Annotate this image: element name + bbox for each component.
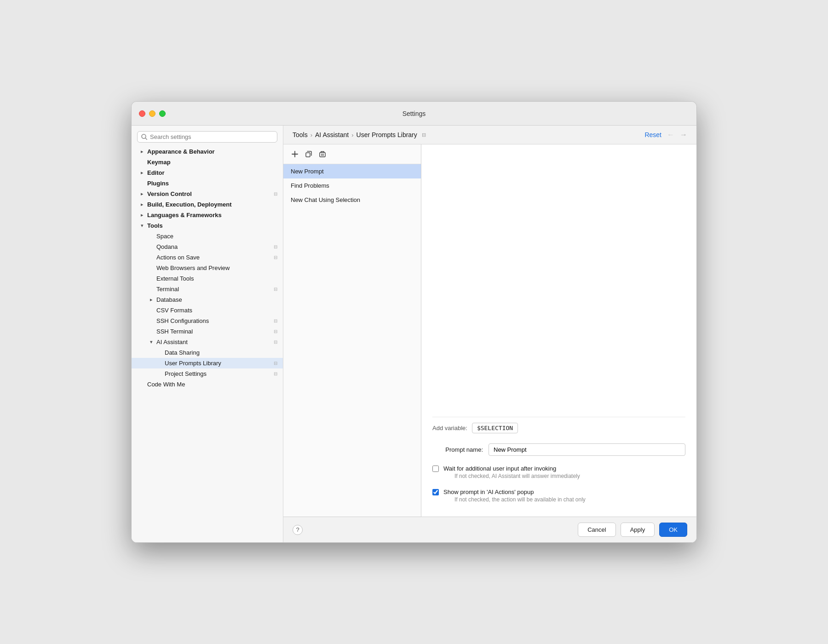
no-chevron: [156, 350, 163, 356]
sidebar-item-code-with-me[interactable]: Code With Me: [132, 379, 283, 390]
copy-button[interactable]: [303, 148, 315, 160]
sync-icon: ⊟: [274, 287, 277, 292]
sidebar-item-label: Plugins: [147, 180, 277, 187]
help-button[interactable]: ?: [293, 525, 303, 535]
sidebar-item-terminal[interactable]: Terminal ⊟: [132, 284, 283, 294]
wait-checkbox-col: Wait for additional user input after inv…: [443, 465, 580, 479]
search-input[interactable]: [150, 133, 273, 140]
sidebar-item-label: Terminal: [156, 286, 271, 293]
breadcrumb-current: User Prompts Library: [356, 131, 417, 138]
window-title: Settings: [402, 110, 426, 117]
plus-icon: [292, 151, 298, 157]
sidebar-item-label: AI Assistant: [156, 339, 271, 345]
sidebar-item-ssh-config[interactable]: SSH Configurations ⊟: [132, 316, 283, 326]
sidebar-item-languages[interactable]: Languages & Frameworks: [132, 210, 283, 220]
sidebar-item-database[interactable]: Database: [132, 294, 283, 305]
sidebar-item-user-prompts-library[interactable]: User Prompts Library ⊟: [132, 358, 283, 368]
maximize-button[interactable]: [159, 110, 166, 117]
no-chevron: [148, 307, 155, 314]
breadcrumb: Tools › AI Assistant › User Prompts Libr…: [293, 131, 644, 138]
chevron-icon: [148, 339, 155, 345]
close-button[interactable]: [139, 110, 145, 117]
chevron-icon: [139, 223, 145, 229]
delete-button[interactable]: [316, 148, 328, 160]
prompt-name-row: Prompt name:: [432, 443, 685, 456]
prompt-item-label: New Chat Using Selection: [291, 196, 360, 203]
no-chevron: [148, 254, 155, 261]
title-bar: Settings: [132, 102, 696, 126]
sidebar-item-label: Editor: [147, 169, 277, 176]
wait-checkbox[interactable]: [432, 466, 439, 472]
apply-button[interactable]: Apply: [621, 523, 655, 537]
sidebar-item-version-control[interactable]: Version Control ⊟: [132, 189, 283, 199]
variable-row: Add variable: $SELECTION: [432, 417, 685, 433]
prompt-name-input[interactable]: [489, 443, 685, 456]
sidebar-item-editor[interactable]: Editor: [132, 167, 283, 178]
sidebar-item-label: SSH Terminal: [156, 328, 271, 335]
cancel-button[interactable]: Cancel: [578, 523, 615, 537]
prompt-item-new-chat-using-selection[interactable]: New Chat Using Selection: [283, 193, 421, 207]
sidebar-item-ai-assistant[interactable]: AI Assistant ⊟: [132, 337, 283, 347]
chevron-icon: [139, 191, 145, 197]
sync-icon: ⊟: [422, 132, 426, 138]
sidebar-item-build[interactable]: Build, Execution, Deployment: [132, 199, 283, 210]
search-bar[interactable]: [137, 131, 277, 143]
wait-checkbox-sublabel: If not checked, AI Assistant will answer…: [454, 473, 580, 479]
content-area: Appearance & Behavior Keymap Editor Plug…: [132, 126, 696, 542]
sidebar-item-label: User Prompts Library: [165, 360, 271, 367]
sidebar-item-label: CSV Formats: [156, 307, 277, 314]
sidebar-item-ssh-terminal[interactable]: SSH Terminal ⊟: [132, 326, 283, 337]
chevron-icon: [139, 149, 145, 155]
sidebar-item-actions-on-save[interactable]: Actions on Save ⊟: [132, 252, 283, 263]
breadcrumb-tools[interactable]: Tools: [293, 131, 308, 138]
selection-variable-chip[interactable]: $SELECTION: [472, 423, 518, 433]
sidebar-item-appearance[interactable]: Appearance & Behavior: [132, 146, 283, 157]
prompt-item-new-prompt[interactable]: New Prompt: [283, 164, 421, 178]
show-popup-checkbox[interactable]: [432, 489, 439, 495]
sidebar-item-label: Project Settings: [165, 370, 271, 377]
no-chevron: [148, 265, 155, 271]
bottom-bar: ? Cancel Apply OK: [283, 517, 696, 542]
sidebar-item-label: Build, Execution, Deployment: [147, 201, 277, 208]
no-chevron: [156, 371, 163, 377]
no-chevron: [156, 360, 163, 367]
sync-icon: ⊟: [274, 191, 277, 196]
prompt-item-find-problems[interactable]: Find Problems: [283, 178, 421, 193]
sync-icon: ⊟: [274, 244, 277, 249]
sidebar-item-label: External Tools: [156, 275, 277, 282]
sidebar-item-label: Qodana: [156, 243, 271, 250]
sidebar-item-label: Web Browsers and Preview: [156, 264, 277, 271]
no-chevron: [148, 244, 155, 250]
sidebar-item-data-sharing[interactable]: Data Sharing: [132, 347, 283, 358]
sidebar-item-qodana[interactable]: Qodana ⊟: [132, 242, 283, 252]
delete-icon: [319, 151, 326, 157]
forward-button[interactable]: →: [680, 131, 687, 138]
wait-checkbox-label[interactable]: Wait for additional user input after inv…: [443, 465, 580, 472]
list-panel: New Prompt Find Problems New Chat Using …: [283, 144, 421, 517]
minimize-button[interactable]: [149, 110, 155, 117]
header-actions: Reset ← →: [644, 131, 687, 138]
sidebar-item-keymap[interactable]: Keymap: [132, 157, 283, 167]
sync-icon: ⊟: [274, 371, 277, 376]
sidebar: Appearance & Behavior Keymap Editor Plug…: [132, 126, 283, 542]
sidebar-item-csv[interactable]: CSV Formats: [132, 305, 283, 316]
add-button[interactable]: [289, 148, 301, 160]
no-chevron: [139, 381, 145, 388]
back-button[interactable]: ←: [667, 131, 674, 138]
sidebar-item-space[interactable]: Space: [132, 231, 283, 242]
sidebar-item-project-settings[interactable]: Project Settings ⊟: [132, 368, 283, 379]
sidebar-item-label: Database: [156, 296, 277, 303]
prompt-text-editor[interactable]: [432, 154, 685, 411]
sidebar-item-tools[interactable]: Tools: [132, 220, 283, 231]
show-popup-checkbox-label[interactable]: Show prompt in 'AI Actions' popup: [443, 489, 586, 495]
no-chevron: [148, 286, 155, 293]
prompt-name-label: Prompt name:: [432, 446, 483, 453]
breadcrumb-ai-assistant[interactable]: AI Assistant: [315, 131, 349, 138]
sidebar-item-plugins[interactable]: Plugins: [132, 178, 283, 189]
sidebar-item-label: Tools: [147, 222, 277, 229]
sidebar-item-web-browsers[interactable]: Web Browsers and Preview: [132, 263, 283, 273]
ok-button[interactable]: OK: [659, 523, 687, 537]
sidebar-item-external-tools[interactable]: External Tools: [132, 273, 283, 284]
reset-button[interactable]: Reset: [644, 131, 661, 138]
svg-rect-5: [320, 153, 325, 157]
